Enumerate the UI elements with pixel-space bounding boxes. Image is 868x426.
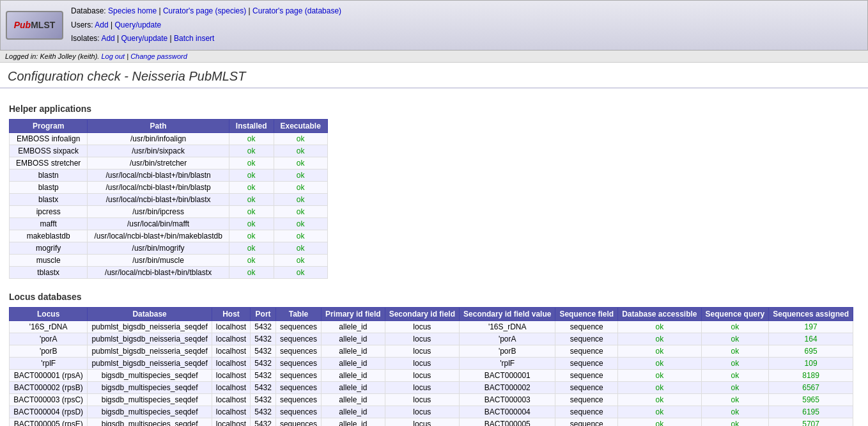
locus-port: 5432 <box>251 369 276 381</box>
helper-program: ipcress <box>10 205 88 217</box>
helper-installed: ok <box>229 205 274 217</box>
table-row: BACT000004 (rpsD) bigsdb_multispecies_se… <box>10 406 853 418</box>
helper-program: makeblastdb <box>10 230 88 242</box>
locus-secondary-value: BACT000003 <box>460 393 555 406</box>
change-password-link[interactable]: Change password <box>130 52 187 60</box>
isolates-label: Isolates: <box>71 34 100 43</box>
helper-executable: ok <box>274 217 327 230</box>
locus-database: pubmlst_bigsdb_neisseria_seqdef <box>88 320 212 333</box>
locus-name: 'rplF <box>10 357 88 369</box>
locus-table-field: sequences <box>275 393 321 406</box>
helper-path: /usr/bin/ipcress <box>88 205 229 217</box>
helper-tbody: EMBOSS infoalign /usr/bin/infoalign ok o… <box>10 132 328 278</box>
locus-name: BACT000001 (rpsA) <box>10 369 88 381</box>
locus-seq-field: sequence <box>555 345 618 357</box>
login-text: Logged in: Keith Jolley (keith). <box>5 52 99 60</box>
locus-secondary-value: BACT000002 <box>460 381 555 393</box>
locus-primary-id: allele_id <box>321 333 385 345</box>
locus-col-5: Primary id field <box>321 307 385 320</box>
helper-program: EMBOSS infoalign <box>10 132 88 145</box>
locus-sequences: 6195 <box>769 406 853 418</box>
table-row: BACT000005 (rpsE) bigsdb_multispecies_se… <box>10 418 853 426</box>
locus-seq-query: ok <box>701 333 769 345</box>
locus-name: BACT000004 (rpsD) <box>10 406 88 418</box>
locus-host: localhost <box>212 345 250 357</box>
users-add-link[interactable]: Add <box>95 20 108 29</box>
locus-database: bigsdb_multispecies_seqdef <box>88 381 212 393</box>
locus-database: bigsdb_multispecies_seqdef <box>88 369 212 381</box>
locus-sequences: 695 <box>769 345 853 357</box>
curators-page-database-link[interactable]: Curator's page (database) <box>252 6 341 15</box>
helper-program: EMBOSS stretcher <box>10 157 88 169</box>
isolates-batch-insert-link[interactable]: Batch insert <box>174 34 214 43</box>
locus-seq-query: ok <box>701 418 769 426</box>
locus-col-8: Sequence field <box>555 307 618 320</box>
locus-section-title: Locus databases <box>9 292 859 302</box>
locus-seq-query: ok <box>701 393 769 406</box>
locus-secondary-id: locus <box>385 369 459 381</box>
table-row: 'rplF pubmlst_bigsdb_neisseria_seqdef lo… <box>10 357 853 369</box>
locus-seq-field: sequence <box>555 320 618 333</box>
locus-secondary-value: BACT000001 <box>460 369 555 381</box>
locus-sequences: 8189 <box>769 369 853 381</box>
locus-primary-id: allele_id <box>321 381 385 393</box>
locus-secondary-id: locus <box>385 393 459 406</box>
helper-program: tblastx <box>10 266 88 278</box>
helper-path: /usr/bin/mogrify <box>88 242 229 254</box>
isolates-query-update-link[interactable]: Query/update <box>121 34 168 43</box>
locus-seq-field: sequence <box>555 393 618 406</box>
locus-host: localhost <box>212 357 250 369</box>
locus-name: 'porA <box>10 333 88 345</box>
locus-col-10: Sequence query <box>701 307 769 320</box>
locus-db-accessible: ok <box>618 418 701 426</box>
helper-executable: ok <box>274 181 327 193</box>
locus-sequences: 109 <box>769 357 853 369</box>
locus-secondary-value: 'porB <box>460 345 555 357</box>
helper-installed: ok <box>229 254 274 266</box>
helper-program: EMBOSS sixpack <box>10 145 88 157</box>
locus-secondary-value: BACT000005 <box>460 418 555 426</box>
isolates-add-link[interactable]: Add <box>101 34 114 43</box>
locus-secondary-id: locus <box>385 418 459 426</box>
locus-secondary-id: locus <box>385 320 459 333</box>
login-bar: Logged in: Keith Jolley (keith). Log out… <box>0 51 868 63</box>
locus-col-7: Secondary id field value <box>460 307 555 320</box>
locus-col-3: Port <box>251 307 276 320</box>
locus-port: 5432 <box>251 406 276 418</box>
table-row: 'porA pubmlst_bigsdb_neisseria_seqdef lo… <box>10 333 853 345</box>
logout-link[interactable]: Log out <box>101 52 125 60</box>
helper-executable: ok <box>274 157 327 169</box>
helper-executable: ok <box>274 205 327 217</box>
locus-primary-id: allele_id <box>321 418 385 426</box>
locus-host: localhost <box>212 320 250 333</box>
locus-seq-query: ok <box>701 357 769 369</box>
locus-header-row: LocusDatabaseHostPortTablePrimary id fie… <box>10 307 853 320</box>
locus-name: BACT000005 (rpsE) <box>10 418 88 426</box>
locus-sequences: 5707 <box>769 418 853 426</box>
locus-primary-id: allele_id <box>321 369 385 381</box>
helper-path: /usr/bin/infoalign <box>88 132 229 145</box>
locus-host: localhost <box>212 418 250 426</box>
table-row: ipcress /usr/bin/ipcress ok ok <box>10 205 328 217</box>
locus-database: pubmlst_bigsdb_neisseria_seqdef <box>88 333 212 345</box>
locus-col-9: Database accessible <box>618 307 701 320</box>
locus-seq-field: sequence <box>555 369 618 381</box>
locus-secondary-value: BACT000004 <box>460 406 555 418</box>
locus-primary-id: allele_id <box>321 357 385 369</box>
table-row: EMBOSS infoalign /usr/bin/infoalign ok o… <box>10 132 328 145</box>
locus-host: localhost <box>212 369 250 381</box>
content: Helper applications Program Path Install… <box>0 88 868 426</box>
locus-table: LocusDatabaseHostPortTablePrimary id fie… <box>9 307 853 426</box>
helper-installed: ok <box>229 193 274 205</box>
helper-path: /usr/bin/sixpack <box>88 145 229 157</box>
helper-col-program: Program <box>10 119 88 132</box>
species-home-link[interactable]: Species home <box>108 6 157 15</box>
locus-database: bigsdb_multispecies_seqdef <box>88 418 212 426</box>
page-title: Configuration check - Neisseria PubMLST <box>0 63 868 88</box>
helper-col-installed: Installed <box>229 119 274 132</box>
curators-page-species-link[interactable]: Curator's page (species) <box>163 6 246 15</box>
table-row: EMBOSS sixpack /usr/bin/sixpack ok ok <box>10 145 328 157</box>
locus-table-field: sequences <box>275 333 321 345</box>
users-query-update-link[interactable]: Query/update <box>115 20 162 29</box>
helper-installed: ok <box>229 242 274 254</box>
